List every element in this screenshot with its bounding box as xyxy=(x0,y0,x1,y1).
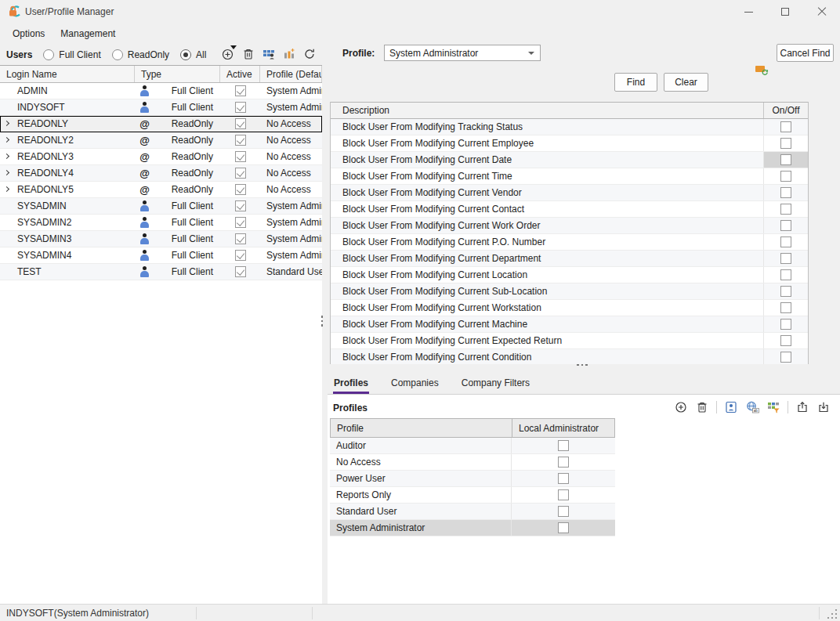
expand-chevron-icon[interactable] xyxy=(4,186,9,192)
onoff-checkbox[interactable] xyxy=(780,171,791,182)
onoff-checkbox[interactable] xyxy=(780,286,791,297)
user-row[interactable]: READONLY ReadOnly No Access xyxy=(0,116,322,132)
onoff-checkbox[interactable] xyxy=(780,187,791,198)
user-columns-button[interactable] xyxy=(262,46,276,62)
local-admin-checkbox[interactable] xyxy=(558,473,569,484)
permission-row[interactable]: Block User From Modifying Current Machin… xyxy=(331,316,808,333)
local-admin-checkbox[interactable] xyxy=(558,440,569,451)
column-header-type[interactable]: Type xyxy=(135,66,220,82)
onoff-checkbox[interactable] xyxy=(780,154,791,165)
onoff-checkbox[interactable] xyxy=(780,319,791,330)
onoff-checkbox[interactable] xyxy=(780,253,791,264)
onoff-checkbox[interactable] xyxy=(780,269,791,280)
onoff-checkbox[interactable] xyxy=(780,335,791,346)
user-row[interactable]: ADMIN Full Client System Administrator xyxy=(0,83,322,99)
onoff-checkbox[interactable] xyxy=(780,302,791,313)
user-row[interactable]: SYSADMIN Full Client System Administrato… xyxy=(0,198,322,215)
apply-profile-button[interactable] xyxy=(754,63,769,77)
local-admin-checkbox[interactable] xyxy=(558,489,569,500)
user-filter-radio[interactable]: Full Client xyxy=(43,49,100,60)
column-header-profile[interactable]: Profile xyxy=(331,419,512,437)
active-checkbox[interactable] xyxy=(235,266,246,277)
permission-row[interactable]: Block User From Modifying Current Time xyxy=(331,168,808,185)
profile-row[interactable]: System Administrator xyxy=(330,520,615,536)
refresh-users-button[interactable] xyxy=(302,46,317,62)
import-profiles-button[interactable] xyxy=(816,399,831,415)
expand-chevron-icon[interactable] xyxy=(4,137,9,143)
user-row[interactable]: TEST Full Client Standard User xyxy=(0,264,322,280)
user-filter-radio[interactable]: All xyxy=(180,49,206,60)
profile-row[interactable]: Power User xyxy=(330,471,615,487)
permission-row[interactable]: Block User From Modifying Current Contac… xyxy=(331,201,808,218)
permission-row[interactable]: Block User From Modifying Current Workst… xyxy=(331,300,808,316)
rename-globe-button[interactable]: ab xyxy=(745,399,759,415)
active-checkbox[interactable] xyxy=(235,200,246,211)
expand-chevron-icon[interactable] xyxy=(4,170,9,175)
profile-select[interactable]: System Administrator xyxy=(384,45,541,61)
user-row[interactable]: INDYSOFT Full Client System Administrato… xyxy=(0,99,322,116)
active-checkbox[interactable] xyxy=(235,118,246,129)
column-chooser-button[interactable] xyxy=(282,46,296,62)
permission-row[interactable]: Block User From Modifying Current Date xyxy=(331,152,808,168)
profile-row[interactable]: No Access xyxy=(330,454,615,471)
permission-row[interactable]: Block User From Modifying Current Depart… xyxy=(331,251,808,267)
permission-row[interactable]: Block User From Modifying Current Condit… xyxy=(331,349,808,364)
local-admin-checkbox[interactable] xyxy=(558,506,569,517)
profile-row[interactable]: Reports Only xyxy=(330,487,615,504)
add-user-button[interactable] xyxy=(221,46,235,62)
user-row[interactable]: READONLY3 ReadOnly No Access xyxy=(0,149,322,165)
column-header-local-administrator[interactable]: Local Administrator xyxy=(512,419,614,437)
add-profile-button[interactable] xyxy=(674,399,688,415)
cancel-find-button[interactable]: Cancel Find xyxy=(777,44,834,62)
permission-row[interactable]: Block User From Modifying Tracking Statu… xyxy=(331,119,808,135)
tab[interactable]: Profiles xyxy=(333,374,369,394)
column-header-onoff[interactable]: On/Off xyxy=(764,103,808,118)
permission-row[interactable]: Block User From Modifying Current P.O. N… xyxy=(331,234,808,251)
permission-row[interactable]: Block User From Modifying Current Expect… xyxy=(331,333,808,349)
active-checkbox[interactable] xyxy=(235,217,246,228)
permission-row[interactable]: Block User From Modifying Current Locati… xyxy=(331,267,808,283)
user-row[interactable]: READONLY5 ReadOnly No Access xyxy=(0,182,322,198)
window-resize-grip[interactable] xyxy=(826,608,837,619)
user-row[interactable]: SYSADMIN2 Full Client System Administrat… xyxy=(0,215,322,231)
find-button[interactable]: Find xyxy=(614,73,657,92)
permission-row[interactable]: Block User From Modifying Current Vendor xyxy=(331,185,808,201)
maximize-button[interactable] xyxy=(767,0,803,23)
profile-row[interactable]: Auditor xyxy=(330,438,615,454)
permission-row[interactable]: Block User From Modifying Current Employ… xyxy=(331,135,808,152)
column-header-profile[interactable]: Profile (Default) xyxy=(260,66,322,82)
active-checkbox[interactable] xyxy=(235,250,246,261)
column-header-description[interactable]: Description xyxy=(331,103,764,118)
close-button[interactable] xyxy=(804,0,840,23)
onoff-checkbox[interactable] xyxy=(780,138,791,149)
expand-chevron-icon[interactable] xyxy=(4,121,9,126)
local-admin-checkbox[interactable] xyxy=(558,457,569,468)
minimize-button[interactable] xyxy=(730,0,766,23)
permission-row[interactable]: Block User From Modifying Current Work O… xyxy=(331,218,808,234)
tab[interactable]: Company Filters xyxy=(461,374,530,394)
column-filter-button[interactable] xyxy=(766,399,780,415)
permission-row[interactable]: Block User From Modifying Current Sub-Lo… xyxy=(331,283,808,300)
local-admin-checkbox[interactable] xyxy=(558,522,569,533)
active-checkbox[interactable] xyxy=(235,85,246,96)
active-checkbox[interactable] xyxy=(235,151,246,162)
delete-user-button[interactable] xyxy=(241,46,255,62)
profile-row[interactable]: Standard User xyxy=(330,504,615,520)
menu-item[interactable]: Management xyxy=(54,26,121,42)
active-checkbox[interactable] xyxy=(235,233,246,244)
expand-chevron-icon[interactable] xyxy=(4,153,9,159)
export-profiles-button[interactable] xyxy=(795,399,809,415)
column-header-active[interactable]: Active xyxy=(220,66,260,82)
onoff-checkbox[interactable] xyxy=(780,204,791,215)
user-row[interactable]: READONLY4 ReadOnly No Access xyxy=(0,165,322,182)
active-checkbox[interactable] xyxy=(235,135,246,146)
onoff-checkbox[interactable] xyxy=(780,352,791,363)
column-header-login-name[interactable]: Login Name xyxy=(0,66,135,82)
menu-item[interactable]: Options xyxy=(6,26,51,42)
active-checkbox[interactable] xyxy=(235,184,246,195)
user-row[interactable]: SYSADMIN4 Full Client System Administrat… xyxy=(0,247,322,264)
user-row[interactable]: READONLY2 ReadOnly No Access xyxy=(0,132,322,149)
user-filter-radio[interactable]: ReadOnly xyxy=(112,49,169,60)
tab[interactable]: Companies xyxy=(390,374,440,394)
active-checkbox[interactable] xyxy=(235,168,246,179)
